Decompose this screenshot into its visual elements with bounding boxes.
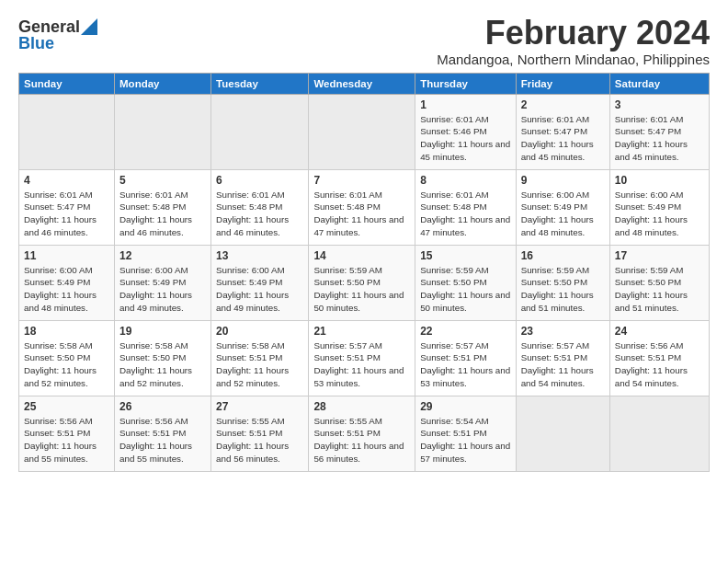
calendar-cell: 22Sunrise: 5:57 AM Sunset: 5:51 PM Dayli… [415, 320, 516, 396]
calendar-table: SundayMondayTuesdayWednesdayThursdayFrid… [18, 73, 710, 472]
day-info: Sunrise: 5:59 AM Sunset: 5:50 PM Dayligh… [615, 264, 704, 315]
logo-icon [81, 18, 97, 35]
day-info: Sunrise: 5:55 AM Sunset: 5:51 PM Dayligh… [216, 415, 303, 465]
day-number: 11 [24, 249, 109, 262]
header-friday: Friday [516, 73, 609, 94]
day-number: 12 [119, 249, 206, 262]
day-info: Sunrise: 5:54 AM Sunset: 5:51 PM Dayligh… [420, 415, 510, 465]
calendar-cell: 11Sunrise: 6:00 AM Sunset: 5:49 PM Dayli… [19, 245, 115, 320]
day-info: Sunrise: 5:57 AM Sunset: 5:51 PM Dayligh… [313, 339, 410, 390]
calendar-cell: 17Sunrise: 5:59 AM Sunset: 5:50 PM Dayli… [609, 245, 709, 320]
day-number: 13 [216, 249, 303, 262]
header-monday: Monday [115, 73, 211, 94]
day-number: 1 [420, 98, 510, 111]
day-info: Sunrise: 6:01 AM Sunset: 5:47 PM Dayligh… [521, 113, 605, 164]
calendar-cell [609, 396, 709, 471]
day-info: Sunrise: 5:56 AM Sunset: 5:51 PM Dayligh… [615, 339, 704, 390]
calendar-header-row: SundayMondayTuesdayWednesdayThursdayFrid… [19, 73, 710, 94]
day-info: Sunrise: 5:56 AM Sunset: 5:51 PM Dayligh… [24, 415, 109, 465]
page-header: General Blue February 2024 Mandangoa, No… [18, 15, 710, 67]
calendar-cell: 14Sunrise: 5:59 AM Sunset: 5:50 PM Dayli… [309, 245, 415, 320]
day-number: 7 [313, 174, 410, 187]
day-info: Sunrise: 5:59 AM Sunset: 5:50 PM Dayligh… [420, 264, 510, 315]
day-number: 22 [420, 325, 510, 338]
header-saturday: Saturday [609, 73, 709, 94]
day-info: Sunrise: 6:01 AM Sunset: 5:48 PM Dayligh… [313, 189, 410, 239]
logo: General Blue [18, 15, 97, 52]
calendar-cell: 5Sunrise: 6:01 AM Sunset: 5:48 PM Daylig… [115, 169, 211, 245]
calendar-cell: 9Sunrise: 6:00 AM Sunset: 5:49 PM Daylig… [516, 169, 609, 245]
week-row-2: 11Sunrise: 6:00 AM Sunset: 5:49 PM Dayli… [19, 245, 710, 320]
day-number: 18 [24, 325, 109, 338]
logo-general-text: General [18, 18, 80, 35]
calendar-cell: 12Sunrise: 6:00 AM Sunset: 5:49 PM Dayli… [115, 245, 211, 320]
day-number: 10 [615, 174, 704, 187]
day-info: Sunrise: 6:00 AM Sunset: 5:49 PM Dayligh… [24, 264, 109, 315]
day-number: 14 [313, 249, 410, 262]
day-info: Sunrise: 5:57 AM Sunset: 5:51 PM Dayligh… [420, 339, 510, 390]
day-info: Sunrise: 5:56 AM Sunset: 5:51 PM Dayligh… [119, 415, 206, 465]
calendar-cell: 26Sunrise: 5:56 AM Sunset: 5:51 PM Dayli… [115, 396, 211, 471]
calendar-cell: 3Sunrise: 6:01 AM Sunset: 5:47 PM Daylig… [609, 94, 709, 169]
day-number: 19 [119, 325, 206, 338]
day-number: 17 [615, 249, 704, 262]
week-row-1: 4Sunrise: 6:01 AM Sunset: 5:47 PM Daylig… [19, 169, 710, 245]
day-number: 15 [420, 249, 510, 262]
header-thursday: Thursday [415, 73, 516, 94]
header-sunday: Sunday [19, 73, 115, 94]
day-number: 28 [313, 400, 410, 413]
calendar-cell: 24Sunrise: 5:56 AM Sunset: 5:51 PM Dayli… [609, 320, 709, 396]
day-info: Sunrise: 5:57 AM Sunset: 5:51 PM Dayligh… [521, 339, 605, 390]
day-number: 5 [119, 174, 206, 187]
day-number: 20 [216, 325, 303, 338]
day-info: Sunrise: 6:01 AM Sunset: 5:48 PM Dayligh… [119, 189, 206, 239]
calendar-cell: 1Sunrise: 6:01 AM Sunset: 5:46 PM Daylig… [415, 94, 516, 169]
day-info: Sunrise: 5:58 AM Sunset: 5:50 PM Dayligh… [119, 339, 206, 390]
day-info: Sunrise: 5:55 AM Sunset: 5:51 PM Dayligh… [313, 415, 410, 465]
calendar-cell: 27Sunrise: 5:55 AM Sunset: 5:51 PM Dayli… [211, 396, 309, 471]
svg-marker-0 [81, 18, 97, 35]
week-row-4: 25Sunrise: 5:56 AM Sunset: 5:51 PM Dayli… [19, 396, 710, 471]
day-number: 8 [420, 174, 510, 187]
day-info: Sunrise: 5:59 AM Sunset: 5:50 PM Dayligh… [313, 264, 410, 315]
calendar-cell: 15Sunrise: 5:59 AM Sunset: 5:50 PM Dayli… [415, 245, 516, 320]
calendar-cell [115, 94, 211, 169]
day-number: 6 [216, 174, 303, 187]
calendar-cell: 21Sunrise: 5:57 AM Sunset: 5:51 PM Dayli… [309, 320, 415, 396]
week-row-3: 18Sunrise: 5:58 AM Sunset: 5:50 PM Dayli… [19, 320, 710, 396]
header-tuesday: Tuesday [211, 73, 309, 94]
calendar-cell: 16Sunrise: 5:59 AM Sunset: 5:50 PM Dayli… [516, 245, 609, 320]
day-number: 26 [119, 400, 206, 413]
calendar-cell [309, 94, 415, 169]
day-number: 3 [615, 98, 704, 111]
day-info: Sunrise: 6:00 AM Sunset: 5:49 PM Dayligh… [216, 264, 303, 315]
day-number: 24 [615, 325, 704, 338]
day-info: Sunrise: 6:00 AM Sunset: 5:49 PM Dayligh… [615, 189, 704, 239]
day-number: 27 [216, 400, 303, 413]
title-block: February 2024 Mandangoa, Northern Mindan… [437, 15, 710, 67]
day-info: Sunrise: 5:59 AM Sunset: 5:50 PM Dayligh… [521, 264, 605, 315]
day-info: Sunrise: 6:01 AM Sunset: 5:46 PM Dayligh… [420, 113, 510, 164]
calendar-cell [516, 396, 609, 471]
calendar-cell: 19Sunrise: 5:58 AM Sunset: 5:50 PM Dayli… [115, 320, 211, 396]
calendar-cell: 18Sunrise: 5:58 AM Sunset: 5:50 PM Dayli… [19, 320, 115, 396]
day-number: 9 [521, 174, 605, 187]
day-number: 2 [521, 98, 605, 111]
calendar-cell: 7Sunrise: 6:01 AM Sunset: 5:48 PM Daylig… [309, 169, 415, 245]
day-info: Sunrise: 6:00 AM Sunset: 5:49 PM Dayligh… [521, 189, 605, 239]
day-number: 25 [24, 400, 109, 413]
day-info: Sunrise: 6:01 AM Sunset: 5:47 PM Dayligh… [615, 113, 704, 164]
month-title: February 2024 [437, 15, 710, 52]
calendar-cell: 20Sunrise: 5:58 AM Sunset: 5:51 PM Dayli… [211, 320, 309, 396]
calendar-cell: 23Sunrise: 5:57 AM Sunset: 5:51 PM Dayli… [516, 320, 609, 396]
day-info: Sunrise: 6:00 AM Sunset: 5:49 PM Dayligh… [119, 264, 206, 315]
calendar-cell [211, 94, 309, 169]
calendar-cell: 13Sunrise: 6:00 AM Sunset: 5:49 PM Dayli… [211, 245, 309, 320]
calendar-cell: 25Sunrise: 5:56 AM Sunset: 5:51 PM Dayli… [19, 396, 115, 471]
calendar-cell: 28Sunrise: 5:55 AM Sunset: 5:51 PM Dayli… [309, 396, 415, 471]
day-number: 4 [24, 174, 109, 187]
day-number: 23 [521, 325, 605, 338]
calendar-cell: 4Sunrise: 6:01 AM Sunset: 5:47 PM Daylig… [19, 169, 115, 245]
header-wednesday: Wednesday [309, 73, 415, 94]
day-number: 29 [420, 400, 510, 413]
